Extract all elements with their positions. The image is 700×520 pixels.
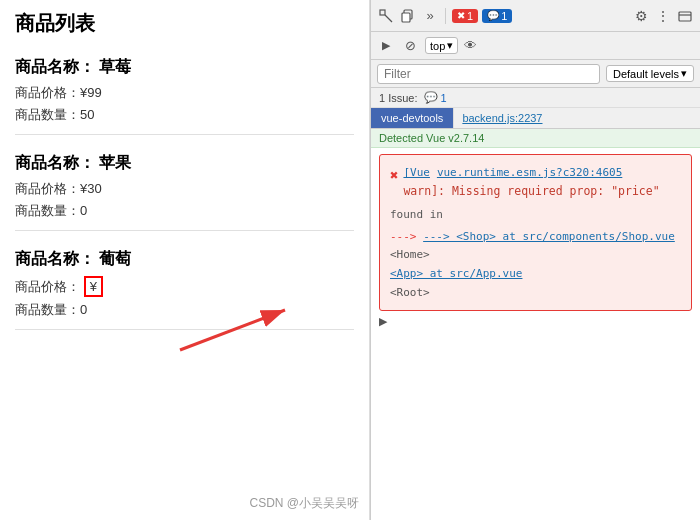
issues-bar: 1 Issue: 💬 1 xyxy=(371,88,700,108)
eye-icon[interactable]: 👁 xyxy=(464,38,477,53)
error-message-container: [Vue vue.runtime.esm.js?c320:4605 warn]:… xyxy=(403,163,659,200)
product-price-label-3: 商品价格： xyxy=(15,279,80,294)
error-header: ✖ [Vue vue.runtime.esm.js?c320:4605 warn… xyxy=(390,163,681,200)
badge-blue[interactable]: 💬 1 xyxy=(482,9,512,23)
product-count-1: 商品数量：50 xyxy=(15,106,354,124)
svg-line-3 xyxy=(385,15,392,22)
undock-icon[interactable] xyxy=(676,7,694,25)
devtools-panel: » ✖ 1 💬 1 ⚙ ⋮ ▶ ⊘ top ▾ 👁 xyxy=(370,0,700,520)
top-label: top xyxy=(430,40,445,52)
trace-line-1: ---> ---> <Shop> at src/components/Shop.… xyxy=(390,228,681,247)
product-count-2: 商品数量：0 xyxy=(15,202,354,220)
copy-icon[interactable] xyxy=(399,7,417,25)
devtools-toolbar-1: » ✖ 1 💬 1 ⚙ ⋮ xyxy=(371,0,700,32)
badge-blue-count: 1 xyxy=(501,10,507,22)
left-panel: 商品列表 商品名称： 草莓 商品价格：¥99 商品数量：50 商品名称： 苹果 … xyxy=(0,0,370,520)
vue-detected-bar: Detected Vue v2.7.14 xyxy=(371,129,700,148)
product-name-2: 商品名称： 苹果 xyxy=(15,153,354,174)
error-icon: ✖ xyxy=(390,164,398,186)
settings-icon[interactable]: ⚙ xyxy=(632,7,650,25)
levels-dropdown-icon: ▾ xyxy=(681,67,687,80)
badge-red[interactable]: ✖ 1 xyxy=(452,9,478,23)
red-arrow xyxy=(170,300,300,360)
svg-rect-5 xyxy=(402,13,410,22)
top-select[interactable]: top ▾ xyxy=(425,37,458,54)
vue-link[interactable]: [Vue xyxy=(403,166,430,179)
watermark: CSDN @小吴吴吴呀 xyxy=(249,495,359,512)
product-name-1: 商品名称： 草莓 xyxy=(15,57,354,78)
block-icon[interactable]: ⊘ xyxy=(401,37,419,55)
more-icon[interactable]: » xyxy=(421,7,439,25)
product-price-value-3: ¥ xyxy=(84,276,103,297)
badge-blue-icon: 💬 xyxy=(487,10,499,21)
product-price-2: 商品价格：¥30 xyxy=(15,180,354,198)
issue-badge: 💬 1 xyxy=(424,91,447,104)
trace-shop-link[interactable]: ---> <Shop> at src/components/Shop.vue xyxy=(423,230,675,243)
badge-red-count: 1 xyxy=(467,10,473,22)
filter-bar: Default levels ▾ xyxy=(371,60,700,88)
trace-app-link[interactable]: <App> at src/App.vue xyxy=(390,267,522,280)
top-dropdown-icon: ▾ xyxy=(447,39,453,52)
product-price-1: 商品价格：¥99 xyxy=(15,84,354,102)
product-price-3: 商品价格： ¥ xyxy=(15,276,354,297)
devtools-toolbar-2: ▶ ⊘ top ▾ 👁 xyxy=(371,32,700,60)
dots-icon[interactable]: ⋮ xyxy=(654,7,672,25)
forward-icon[interactable]: ▶ xyxy=(377,37,395,55)
filter-input[interactable] xyxy=(377,64,600,84)
console-content: ✖ [Vue vue.runtime.esm.js?c320:4605 warn… xyxy=(371,148,700,520)
trace-line-2: <Home> xyxy=(390,246,681,265)
page-title: 商品列表 xyxy=(15,10,354,37)
found-in: found in xyxy=(390,206,681,224)
product-name-3: 商品名称： 葡萄 xyxy=(15,249,354,270)
issue-badge-count: 1 xyxy=(441,92,447,104)
expand-arrow[interactable]: ▶ xyxy=(379,311,692,332)
default-levels-label: Default levels xyxy=(613,68,679,80)
component-trace: ---> ---> <Shop> at src/components/Shop.… xyxy=(390,228,681,303)
svg-line-1 xyxy=(180,310,285,350)
tabs-row: vue-devtools backend.js:2237 xyxy=(371,108,700,129)
badge-red-icon: ✖ xyxy=(457,10,465,21)
svg-rect-6 xyxy=(679,12,691,21)
issues-label: 1 Issue: xyxy=(379,92,418,104)
vue-detected-text: Detected Vue v2.7.14 xyxy=(379,132,484,144)
file-link[interactable]: vue.runtime.esm.js?c320:4605 xyxy=(437,166,622,179)
product-item-1: 商品名称： 草莓 商品价格：¥99 商品数量：50 xyxy=(15,57,354,135)
trace-line-3: <App> at src/App.vue xyxy=(390,265,681,284)
error-block: ✖ [Vue vue.runtime.esm.js?c320:4605 warn… xyxy=(379,154,692,311)
issue-badge-icon: 💬 xyxy=(424,91,438,104)
trace-arrow-1: ---> xyxy=(390,230,423,243)
trace-line-4: <Root> xyxy=(390,284,681,303)
product-item-2: 商品名称： 苹果 商品价格：¥30 商品数量：0 xyxy=(15,153,354,231)
error-warn-text: warn]: Missing required prop: "price" xyxy=(403,184,659,198)
svg-rect-2 xyxy=(380,10,385,15)
default-levels-select[interactable]: Default levels ▾ xyxy=(606,65,694,82)
tab-backend-link[interactable]: backend.js:2237 xyxy=(454,108,550,128)
tab-vue-devtools[interactable]: vue-devtools xyxy=(371,108,454,128)
toolbar-sep-1 xyxy=(445,8,446,24)
inspect-icon[interactable] xyxy=(377,7,395,25)
